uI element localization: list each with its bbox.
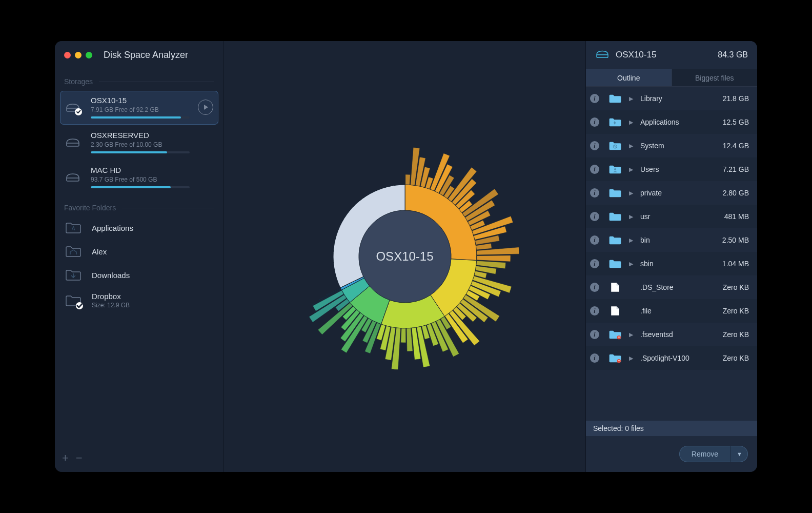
- outline-row[interactable]: i ▶ .Spotlight-V100 Zero KB: [586, 346, 757, 370]
- tab-biggest-files[interactable]: Biggest files: [672, 69, 758, 87]
- minimize-window-button[interactable]: [75, 52, 82, 58]
- disclosure-arrow-icon[interactable]: ▶: [629, 331, 637, 338]
- favorite-item[interactable]: Dropbox Size: 12.9 GB: [60, 287, 218, 314]
- row-name: sbin: [640, 260, 719, 268]
- remove-button-label: Remove: [679, 446, 730, 462]
- detail-panel: OSX10-15 84.3 GB Outline Biggest files i…: [585, 41, 757, 472]
- outline-row[interactable]: i ▶ .file Zero KB: [586, 299, 757, 323]
- disclosure-arrow-icon[interactable]: ▶: [629, 190, 637, 196]
- disclosure-arrow-icon[interactable]: ▶: [629, 213, 637, 220]
- storage-name: OSX10-15: [91, 96, 190, 105]
- row-size: 12.5 GB: [723, 118, 749, 126]
- info-button[interactable]: i: [590, 94, 599, 103]
- favorite-name: Alex: [92, 247, 213, 256]
- outline-row[interactable]: i ▶ private 2.80 GB: [586, 181, 757, 205]
- info-button[interactable]: i: [590, 141, 599, 150]
- storages-header: Storages: [55, 69, 224, 90]
- disclosure-arrow-icon[interactable]: ▶: [629, 261, 637, 267]
- info-button[interactable]: i: [590, 212, 599, 221]
- outline-row[interactable]: i ▶ bin 2.50 MB: [586, 228, 757, 252]
- window-controls: [64, 52, 92, 58]
- favorite-item[interactable]: Downloads: [60, 263, 218, 287]
- row-size: 12.4 GB: [723, 142, 749, 150]
- info-button[interactable]: i: [590, 353, 599, 363]
- row-name: .file: [640, 307, 720, 315]
- remove-favorite-button[interactable]: −: [76, 451, 83, 465]
- info-button[interactable]: i: [590, 235, 599, 245]
- folder-system-icon: [608, 140, 622, 151]
- favorite-item[interactable]: A Applications: [60, 216, 218, 240]
- folder-icon: [608, 234, 622, 246]
- row-name: private: [640, 189, 720, 197]
- favorite-item[interactable]: Alex: [60, 240, 218, 263]
- add-favorite-button[interactable]: +: [62, 451, 69, 465]
- disclosure-arrow-icon[interactable]: ▶: [629, 143, 637, 149]
- row-name: .fseventsd: [640, 330, 720, 339]
- drive-icon: [65, 171, 80, 183]
- panel-drive-name: OSX10-15: [616, 50, 712, 60]
- info-button[interactable]: i: [590, 259, 599, 268]
- applications-folder-icon: A: [65, 221, 82, 234]
- svg-rect-9: [618, 360, 620, 361]
- zoom-window-button[interactable]: [86, 52, 92, 58]
- disclosure-arrow-icon[interactable]: ▶: [629, 166, 637, 173]
- dropbox-folder-icon: [65, 294, 82, 307]
- info-button[interactable]: i: [590, 188, 599, 198]
- row-name: .Spotlight-V100: [640, 354, 720, 362]
- outline-row[interactable]: i ▶ Applications 12.5 GB: [586, 110, 757, 134]
- file-icon: [608, 305, 622, 317]
- favorites-header-label: Favorite Folders: [64, 204, 116, 212]
- folder-icon: [608, 93, 622, 104]
- outline-row[interactable]: i ▶ Library 21.8 GB: [586, 87, 757, 110]
- outline-row[interactable]: i ▶ usr 481 MB: [586, 205, 757, 228]
- disclosure-arrow-icon[interactable]: ▶: [629, 95, 637, 102]
- disclosure-arrow-icon[interactable]: ▶: [629, 237, 637, 244]
- outline-row[interactable]: i ▶ Users 7.21 GB: [586, 157, 757, 181]
- info-button[interactable]: i: [590, 306, 599, 315]
- row-name: usr: [640, 212, 721, 221]
- downloads-folder-icon: [65, 268, 82, 282]
- panel-footer: Remove ▼: [586, 436, 757, 472]
- panel-tabs: Outline Biggest files: [586, 69, 757, 87]
- info-button[interactable]: i: [590, 165, 599, 174]
- storage-usage-bar: [91, 186, 190, 188]
- storage-name: OSXRESERVED: [91, 131, 190, 140]
- scan-button[interactable]: [198, 100, 213, 115]
- close-window-button[interactable]: [64, 52, 71, 58]
- svg-rect-7: [618, 337, 620, 337]
- row-name: Applications: [640, 118, 720, 126]
- row-name: bin: [640, 236, 719, 244]
- favorite-sub: Size: 12.9 GB: [92, 302, 213, 309]
- panel-drive-size: 84.3 GB: [718, 50, 748, 60]
- storage-item[interactable]: MAC HD 93.7 GB Free of 500 GB: [60, 161, 218, 194]
- info-button[interactable]: i: [590, 117, 599, 127]
- sidebar-footer: + −: [55, 446, 224, 472]
- outline-row[interactable]: i ▶ System 12.4 GB: [586, 134, 757, 157]
- drive-icon: [65, 101, 80, 113]
- row-name: Library: [640, 94, 720, 103]
- row-size: 2.50 MB: [722, 236, 749, 244]
- folder-apps-icon: [608, 116, 622, 128]
- row-size: 481 MB: [724, 212, 749, 221]
- row-name: Users: [640, 165, 720, 173]
- file-icon: [608, 282, 622, 293]
- outline-row[interactable]: i ▶ sbin 1.04 MB: [586, 252, 757, 275]
- remove-button[interactable]: Remove ▼: [679, 446, 748, 462]
- storage-item[interactable]: OSXRESERVED 2.30 GB Free of 10.00 GB: [60, 126, 218, 160]
- row-name: System: [640, 142, 720, 150]
- outline-row[interactable]: i ▶ .fseventsd Zero KB: [586, 323, 757, 346]
- disclosure-arrow-icon[interactable]: ▶: [629, 119, 637, 126]
- info-button[interactable]: i: [590, 283, 599, 292]
- favorite-name: Applications: [92, 224, 213, 232]
- tab-outline[interactable]: Outline: [586, 69, 672, 87]
- folder-icon: [608, 258, 622, 269]
- disclosure-arrow-icon[interactable]: ▶: [629, 355, 637, 362]
- checked-badge-icon: [75, 108, 82, 115]
- remove-button-dropdown[interactable]: ▼: [730, 446, 748, 462]
- row-size: 7.21 GB: [723, 165, 749, 173]
- storage-item[interactable]: OSX10-15 7.91 GB Free of 92.2 GB: [60, 91, 218, 125]
- drive-icon: [595, 48, 610, 62]
- info-button[interactable]: i: [590, 330, 599, 339]
- outline-row[interactable]: i ▶ .DS_Store Zero KB: [586, 275, 757, 299]
- sunburst-chart[interactable]: OSX10-15: [272, 123, 538, 390]
